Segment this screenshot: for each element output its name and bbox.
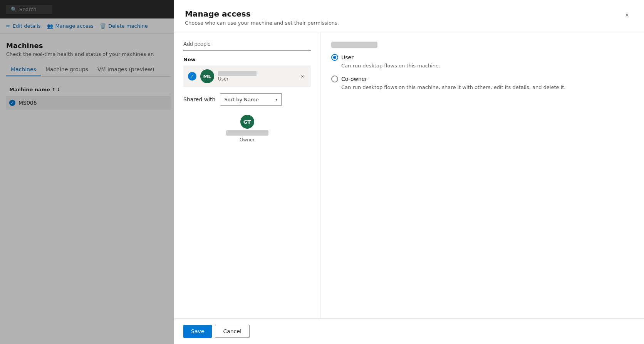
user-role-option: User Can run desktop flows on this machi… — [331, 54, 633, 69]
chevron-down-icon: ▾ — [275, 97, 277, 102]
shared-with-row: Shared with Sort by Name ▾ — [183, 93, 311, 106]
new-user-remove-button[interactable]: × — [298, 72, 307, 81]
new-user-check: ✓ — [188, 72, 196, 81]
modal-header-text: Manage access Choose who can use your ma… — [185, 9, 339, 26]
modal-close-button[interactable]: × — [621, 9, 633, 22]
manage-access-modal: Manage access Choose who can use your ma… — [174, 0, 644, 344]
right-panel: User Can run desktop flows on this machi… — [320, 32, 644, 318]
owner-role-label: Owner — [240, 137, 255, 143]
owner-name-blurred — [226, 130, 268, 136]
new-user-initials: ML — [203, 74, 211, 79]
coowner-radio-button[interactable] — [331, 76, 338, 82]
user-role-name: User — [341, 54, 354, 60]
coowner-role-option: Co-owner Can run desktop flows on this m… — [331, 76, 633, 91]
new-section-label: New — [183, 57, 311, 62]
modal-footer: Save Cancel — [174, 318, 644, 344]
modal-header: Manage access Choose who can use your ma… — [174, 0, 644, 32]
new-user-name-blurred — [218, 71, 257, 76]
new-user-role: User — [218, 76, 306, 82]
shared-with-section: Shared with Sort by Name ▾ — [183, 93, 311, 106]
selected-user-name-blurred — [331, 42, 377, 48]
new-section: New ✓ ML User × — [183, 57, 311, 87]
left-panel: New ✓ ML User × — [174, 32, 320, 318]
save-button[interactable]: Save — [183, 325, 212, 338]
owner-initials: GT — [243, 119, 251, 125]
coowner-role-radio-row[interactable]: Co-owner — [331, 76, 633, 82]
new-user-avatar: ML — [200, 69, 214, 83]
owner-avatar: GT — [240, 115, 254, 129]
cancel-button[interactable]: Cancel — [215, 325, 249, 338]
new-user-item[interactable]: ✓ ML User × — [183, 65, 311, 87]
coowner-role-name: Co-owner — [341, 76, 367, 82]
add-people-input[interactable] — [183, 41, 311, 47]
user-radio-button[interactable] — [331, 54, 338, 61]
user-role-radio-row[interactable]: User — [331, 54, 633, 61]
modal-subtitle: Choose who can use your machine and set … — [185, 20, 339, 26]
modal-body: New ✓ ML User × — [174, 32, 644, 318]
sort-dropdown[interactable]: Sort by Name ▾ — [220, 93, 282, 106]
checkmark-icon: ✓ — [190, 74, 194, 79]
add-people-input-wrapper — [183, 40, 311, 50]
shared-with-label: Shared with — [183, 96, 215, 102]
sort-dropdown-label: Sort by Name — [224, 97, 258, 102]
new-user-info: User — [218, 71, 306, 82]
coowner-role-description: Can run desktop flows on this machine, s… — [341, 84, 633, 91]
owner-item: GT Owner — [221, 112, 273, 146]
modal-title: Manage access — [185, 9, 339, 18]
user-radio-inner — [333, 56, 336, 59]
user-role-description: Can run desktop flows on this machine. — [341, 62, 633, 69]
